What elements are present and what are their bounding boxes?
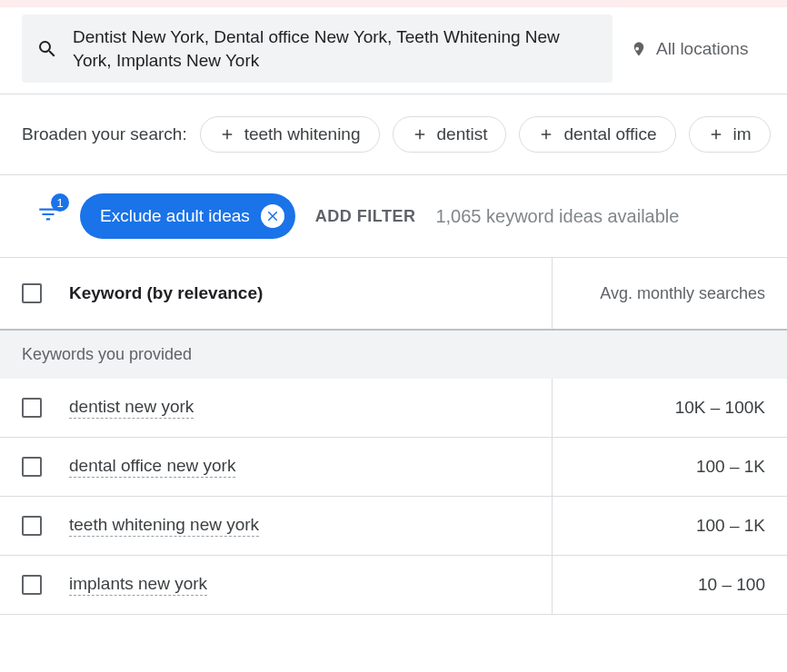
close-icon — [264, 208, 281, 224]
searches-column-header[interactable]: Avg. monthly searches — [553, 259, 787, 329]
keyword-column-header[interactable]: Keyword (by relevance) — [69, 283, 263, 303]
keyword-text[interactable]: teeth whitening new york — [69, 515, 259, 537]
search-text: Dentist New York, Dental office New York… — [73, 25, 598, 72]
broaden-search-bar: Broaden your search: teeth whiteningdent… — [0, 94, 787, 175]
top-bar: Dentist New York, Dental office New York… — [0, 0, 787, 94]
chip-label: im — [733, 124, 752, 144]
remove-filter-button[interactable] — [261, 204, 284, 228]
table-row: dentist new york10K – 100K — [0, 379, 787, 438]
broaden-chip[interactable]: im — [689, 116, 771, 153]
table-row: teeth whitening new york100 – 1K — [0, 497, 787, 556]
location-selector[interactable]: All locations — [631, 39, 748, 59]
row-checkbox[interactable] — [22, 398, 42, 418]
plus-icon — [412, 126, 428, 143]
filter-count-badge: 1 — [51, 193, 69, 212]
filter-pill-label: Exclude adult ideas — [100, 206, 250, 226]
select-all-checkbox[interactable] — [22, 283, 42, 303]
chip-label: dental office — [563, 124, 656, 144]
searches-value: 100 – 1K — [553, 439, 787, 495]
broaden-chip[interactable]: dental office — [519, 116, 675, 153]
broaden-chip[interactable]: teeth whitening — [200, 116, 380, 153]
plus-icon — [219, 126, 235, 143]
table-row: dental office new york100 – 1K — [0, 438, 787, 497]
row-checkbox[interactable] — [22, 575, 42, 595]
keyword-text[interactable]: dental office new york — [69, 456, 235, 478]
chip-label: teeth whitening — [244, 124, 361, 144]
searches-value: 100 – 1K — [553, 498, 787, 554]
search-icon — [36, 38, 58, 60]
add-filter-button[interactable]: ADD FILTER — [315, 207, 416, 226]
filter-funnel-button[interactable]: 1 — [36, 203, 60, 230]
plus-icon — [708, 126, 724, 143]
active-filter-pill[interactable]: Exclude adult ideas — [80, 193, 295, 239]
row-checkbox[interactable] — [22, 457, 42, 477]
row-checkbox[interactable] — [22, 516, 42, 536]
location-label: All locations — [656, 39, 748, 59]
filter-bar: 1 Exclude adult ideas ADD FILTER 1,065 k… — [0, 175, 787, 257]
searches-value: 10 – 100 — [553, 557, 787, 613]
section-label: Keywords you provided — [0, 331, 787, 379]
keyword-text[interactable]: implants new york — [69, 574, 207, 596]
searches-value: 10K – 100K — [553, 380, 787, 436]
plus-icon — [538, 126, 554, 143]
location-pin-icon — [631, 41, 647, 57]
search-input[interactable]: Dentist New York, Dental office New York… — [22, 15, 613, 83]
table-header-row: Keyword (by relevance) Avg. monthly sear… — [0, 257, 787, 331]
broaden-label: Broaden your search: — [22, 124, 187, 144]
chip-label: dentist — [437, 124, 488, 144]
table-row: implants new york10 – 100 — [0, 556, 787, 615]
keyword-text[interactable]: dentist new york — [69, 397, 194, 419]
broaden-chip[interactable]: dentist — [393, 116, 507, 153]
ideas-available-text: 1,065 keyword ideas available — [435, 206, 679, 227]
